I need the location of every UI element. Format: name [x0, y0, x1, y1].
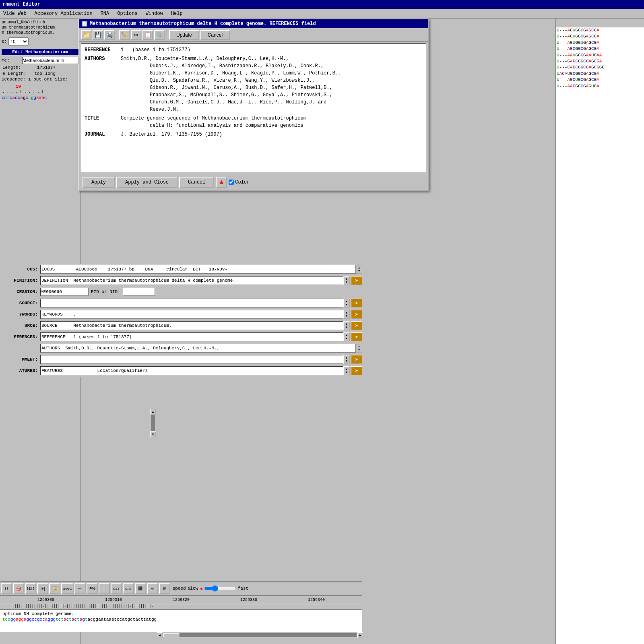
ref-title-val: Complete genome sequence of Methanobacte… — [121, 115, 423, 129]
keywords-scroll[interactable]: ▲ ▼ — [343, 310, 350, 319]
bt-btn-2[interactable]: 🎯 — [13, 583, 24, 594]
h-scroll-track[interactable] — [163, 633, 357, 637]
h-scroll-left-button[interactable]: ◄ — [157, 632, 163, 638]
menu-accesory[interactable]: Accesory Application — [33, 10, 94, 17]
v-scroll-down-button[interactable]: ▼ — [150, 431, 156, 437]
v-scroll-track[interactable] — [151, 415, 155, 431]
dna-seq-t8: t — [85, 617, 88, 622]
bt-btn-3[interactable]: G/D — [25, 583, 36, 594]
cancel-button[interactable]: Cancel — [200, 30, 230, 40]
menu-options[interactable]: Options — [116, 10, 139, 17]
menu-bar: Vide Web Accesory Application RNA Option… — [0, 9, 644, 19]
cut-button[interactable]: ✂ — [131, 30, 141, 40]
source2-scroll[interactable]: ▲ ▼ — [343, 321, 350, 330]
definition-label: FINITION: — [0, 278, 40, 283]
comment-input[interactable] — [40, 355, 343, 364]
ref-reference-val: 1 (bases 1 to 1751377) — [121, 46, 423, 54]
speed-slider[interactable] — [204, 585, 236, 592]
ruler-positions: 1259300 1259310 1259320 1259330 1259340 — [0, 598, 362, 602]
seq-align-row: U---AACGGCGAGUGA — [556, 83, 644, 89]
bt-btn-12[interactable]: ⬛ — [135, 583, 146, 594]
update-button[interactable]: Update — [169, 30, 199, 40]
references-input[interactable] — [40, 332, 343, 341]
keywords-input[interactable] — [40, 310, 343, 319]
authors-scroll[interactable]: ▲ ▼ — [356, 344, 362, 353]
source-row: SOURCE: ▲ ▼ ➤ — [0, 298, 362, 308]
references-arrow-button[interactable]: ➤ — [351, 332, 362, 341]
source-input[interactable] — [40, 299, 343, 308]
bt-btn-5[interactable]: 🖼️ — [49, 583, 60, 594]
references-scroll[interactable]: ▲ ▼ — [343, 332, 350, 341]
ref-editor-dialog: 📄 Methanobacterium thermoautotrophicum d… — [78, 19, 429, 191]
bt-btn-7[interactable]: ▪▪▪ — [74, 583, 86, 594]
features-input[interactable] — [40, 366, 343, 375]
cursor-button[interactable]: ✏️ — [119, 30, 130, 40]
right-panel-header — [556, 19, 644, 27]
source2-arrow-button[interactable]: ➤ — [351, 321, 362, 330]
menu-vide-web[interactable]: Vide Web — [2, 10, 28, 17]
locus-input-container: ▲ ▼ — [40, 265, 362, 274]
arrow-up-button[interactable]: ▲ — [216, 177, 227, 188]
bt-btn-8[interactable]: ⚑% — [87, 583, 98, 594]
bt-btn-9[interactable]: | — [99, 583, 110, 594]
print-button[interactable]: 🖨️ — [104, 30, 115, 40]
accession-input[interactable] — [40, 288, 89, 296]
ref-title-line: TITLE Complete genome sequence of Methan… — [85, 115, 423, 129]
comment-scroll[interactable]: ▲ ▼ — [343, 355, 350, 364]
copy-button[interactable]: 📋 — [142, 30, 153, 40]
comment-arrow-button[interactable]: ➤ — [351, 355, 362, 364]
source2-input[interactable] — [40, 321, 343, 330]
references-label: FERENCES: — [0, 334, 40, 339]
ref-authors-val: Smith,D.R., Doucette-Stamm,L.A., Delough… — [121, 55, 423, 113]
dna-seq-g4: g — [29, 617, 32, 622]
bt-btn-14[interactable]: ⊞ — [159, 583, 170, 594]
definition-arrow-button[interactable]: ➤ — [351, 276, 362, 285]
bt-btn-13[interactable]: MI — [147, 583, 158, 594]
dna-seq-a3: g — [21, 617, 24, 622]
bt-btn-4[interactable]: |+| — [37, 583, 48, 594]
menu-help[interactable]: Help — [169, 10, 184, 17]
color-checkbox[interactable] — [229, 180, 234, 185]
arrow-up-icon: ▲ — [219, 179, 223, 186]
v-scroll-up-button[interactable]: ▲ — [150, 409, 156, 415]
apply-cancel-button[interactable]: Cancel — [179, 177, 214, 188]
font-size-select[interactable]: 10 12 14 — [8, 37, 29, 45]
source-label: SOURCE: — [0, 301, 40, 305]
edit-panel-label: Edit Methanobacterium — [2, 49, 78, 55]
apply-close-button[interactable]: Apply and Close — [116, 177, 178, 188]
toolbar-sep-1 — [117, 31, 117, 39]
locus-scroll[interactable]: ▲ ▼ — [356, 265, 362, 274]
save-button[interactable]: 💾 — [93, 30, 103, 40]
apply-button[interactable]: Apply — [83, 177, 115, 188]
accession-label: CESSION: — [0, 289, 40, 294]
h-scroll-right-button[interactable]: ► — [357, 632, 363, 638]
paste-button[interactable]: 📎 — [154, 30, 165, 40]
bt-btn-11[interactable]: CAT — [123, 583, 134, 594]
authors-input[interactable] — [40, 344, 356, 353]
source2-arrow-icon: ➤ — [355, 322, 358, 329]
definition-scroll[interactable]: ▲ ▼ — [343, 276, 350, 285]
bt-btn-1[interactable]: D — [1, 583, 12, 594]
speed-area: speed slow ◀ fast — [173, 585, 248, 592]
ruler-pos-3: 1259320 — [173, 598, 190, 602]
keywords-arrow-button[interactable]: ➤ — [351, 310, 362, 319]
name-input[interactable] — [22, 57, 78, 64]
locus-input[interactable] — [40, 265, 356, 274]
dna-seq-g6: g — [47, 617, 50, 622]
definition-input[interactable] — [40, 276, 343, 285]
ref-content-area[interactable]: REFERENCE 1 (bases 1 to 1751377) AUTHORS… — [81, 43, 426, 172]
features-arrow-button[interactable]: ➤ — [351, 366, 362, 375]
source-scroll[interactable]: ▲ ▼ — [343, 299, 350, 308]
menu-rna[interactable]: RNA — [99, 10, 111, 17]
bt-btn-6[interactable]: G0GC — [61, 583, 74, 594]
pid-input[interactable] — [123, 288, 155, 296]
source2-label: URCE: — [0, 323, 40, 328]
features-scroll[interactable]: ▲ ▼ — [343, 366, 350, 375]
open-file-button[interactable]: 📁 — [81, 30, 91, 40]
source-arrow-button[interactable]: ➤ — [351, 299, 362, 308]
locus-label: CUS: — [0, 267, 40, 272]
pid-label: PID or NID: — [91, 289, 120, 294]
field-editor-area: CUS: ▲ ▼ FINITION: ▲ ▼ ➤ — [0, 264, 362, 377]
bt-btn-10[interactable]: C&T — [111, 583, 122, 594]
menu-window[interactable]: Window — [144, 10, 165, 17]
